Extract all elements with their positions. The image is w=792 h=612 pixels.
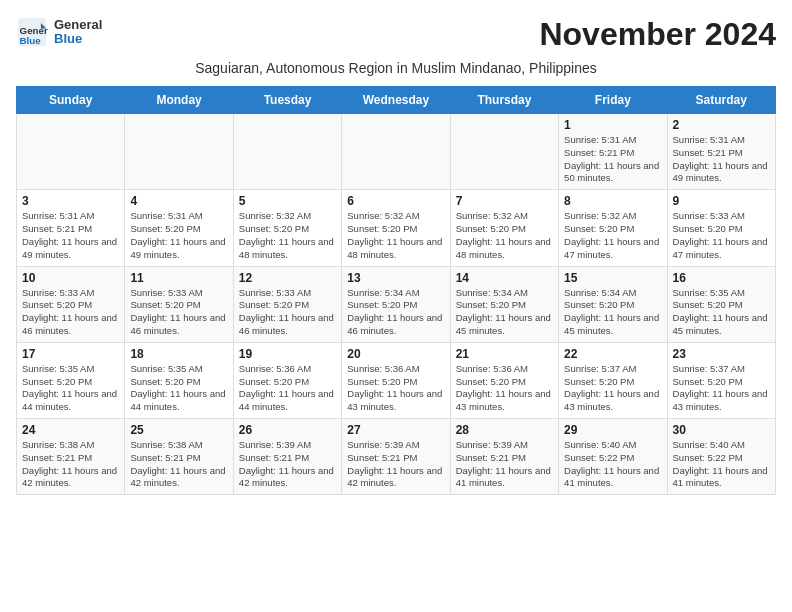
calendar-cell: 26Sunrise: 5:39 AM Sunset: 5:21 PM Dayli… — [233, 419, 341, 495]
day-info: Sunrise: 5:35 AM Sunset: 5:20 PM Dayligh… — [130, 363, 227, 414]
day-number: 16 — [673, 271, 770, 285]
day-number: 28 — [456, 423, 553, 437]
day-number: 27 — [347, 423, 444, 437]
calendar-cell: 18Sunrise: 5:35 AM Sunset: 5:20 PM Dayli… — [125, 342, 233, 418]
calendar-cell: 5Sunrise: 5:32 AM Sunset: 5:20 PM Daylig… — [233, 190, 341, 266]
calendar-cell: 17Sunrise: 5:35 AM Sunset: 5:20 PM Dayli… — [17, 342, 125, 418]
day-info: Sunrise: 5:37 AM Sunset: 5:20 PM Dayligh… — [673, 363, 770, 414]
day-info: Sunrise: 5:32 AM Sunset: 5:20 PM Dayligh… — [456, 210, 553, 261]
calendar-cell: 7Sunrise: 5:32 AM Sunset: 5:20 PM Daylig… — [450, 190, 558, 266]
weekday-header-sunday: Sunday — [17, 87, 125, 114]
weekday-header-monday: Monday — [125, 87, 233, 114]
day-info: Sunrise: 5:35 AM Sunset: 5:20 PM Dayligh… — [673, 287, 770, 338]
day-number: 15 — [564, 271, 661, 285]
day-number: 25 — [130, 423, 227, 437]
day-number: 3 — [22, 194, 119, 208]
day-number: 19 — [239, 347, 336, 361]
calendar-subtitle: Saguiaran, Autonomous Region in Muslim M… — [16, 60, 776, 76]
calendar-cell: 13Sunrise: 5:34 AM Sunset: 5:20 PM Dayli… — [342, 266, 450, 342]
calendar-cell: 29Sunrise: 5:40 AM Sunset: 5:22 PM Dayli… — [559, 419, 667, 495]
calendar-cell: 10Sunrise: 5:33 AM Sunset: 5:20 PM Dayli… — [17, 266, 125, 342]
calendar-cell: 2Sunrise: 5:31 AM Sunset: 5:21 PM Daylig… — [667, 114, 775, 190]
calendar-cell — [17, 114, 125, 190]
day-number: 29 — [564, 423, 661, 437]
calendar-cell: 15Sunrise: 5:34 AM Sunset: 5:20 PM Dayli… — [559, 266, 667, 342]
day-number: 23 — [673, 347, 770, 361]
calendar-cell: 3Sunrise: 5:31 AM Sunset: 5:21 PM Daylig… — [17, 190, 125, 266]
weekday-header-tuesday: Tuesday — [233, 87, 341, 114]
day-info: Sunrise: 5:34 AM Sunset: 5:20 PM Dayligh… — [564, 287, 661, 338]
calendar-cell: 6Sunrise: 5:32 AM Sunset: 5:20 PM Daylig… — [342, 190, 450, 266]
calendar-cell: 9Sunrise: 5:33 AM Sunset: 5:20 PM Daylig… — [667, 190, 775, 266]
calendar-cell: 12Sunrise: 5:33 AM Sunset: 5:20 PM Dayli… — [233, 266, 341, 342]
logo: General Blue General Blue — [16, 16, 102, 48]
day-number: 12 — [239, 271, 336, 285]
day-number: 5 — [239, 194, 336, 208]
day-number: 17 — [22, 347, 119, 361]
day-info: Sunrise: 5:34 AM Sunset: 5:20 PM Dayligh… — [347, 287, 444, 338]
day-number: 8 — [564, 194, 661, 208]
day-info: Sunrise: 5:39 AM Sunset: 5:21 PM Dayligh… — [347, 439, 444, 490]
day-number: 2 — [673, 118, 770, 132]
calendar-cell: 28Sunrise: 5:39 AM Sunset: 5:21 PM Dayli… — [450, 419, 558, 495]
day-number: 24 — [22, 423, 119, 437]
calendar-cell: 16Sunrise: 5:35 AM Sunset: 5:20 PM Dayli… — [667, 266, 775, 342]
day-info: Sunrise: 5:39 AM Sunset: 5:21 PM Dayligh… — [239, 439, 336, 490]
svg-text:Blue: Blue — [20, 35, 42, 46]
logo-blue-text: Blue — [54, 32, 102, 46]
day-info: Sunrise: 5:36 AM Sunset: 5:20 PM Dayligh… — [456, 363, 553, 414]
day-info: Sunrise: 5:32 AM Sunset: 5:20 PM Dayligh… — [347, 210, 444, 261]
day-info: Sunrise: 5:34 AM Sunset: 5:20 PM Dayligh… — [456, 287, 553, 338]
calendar-cell: 19Sunrise: 5:36 AM Sunset: 5:20 PM Dayli… — [233, 342, 341, 418]
calendar-cell — [342, 114, 450, 190]
day-info: Sunrise: 5:31 AM Sunset: 5:21 PM Dayligh… — [564, 134, 661, 185]
day-number: 1 — [564, 118, 661, 132]
calendar-table: SundayMondayTuesdayWednesdayThursdayFrid… — [16, 86, 776, 495]
calendar-cell: 24Sunrise: 5:38 AM Sunset: 5:21 PM Dayli… — [17, 419, 125, 495]
calendar-cell: 14Sunrise: 5:34 AM Sunset: 5:20 PM Dayli… — [450, 266, 558, 342]
day-number: 11 — [130, 271, 227, 285]
day-info: Sunrise: 5:31 AM Sunset: 5:21 PM Dayligh… — [673, 134, 770, 185]
calendar-cell: 21Sunrise: 5:36 AM Sunset: 5:20 PM Dayli… — [450, 342, 558, 418]
day-number: 18 — [130, 347, 227, 361]
calendar-cell: 4Sunrise: 5:31 AM Sunset: 5:20 PM Daylig… — [125, 190, 233, 266]
calendar-cell: 25Sunrise: 5:38 AM Sunset: 5:21 PM Dayli… — [125, 419, 233, 495]
day-number: 20 — [347, 347, 444, 361]
month-title: November 2024 — [539, 16, 776, 53]
calendar-cell: 22Sunrise: 5:37 AM Sunset: 5:20 PM Dayli… — [559, 342, 667, 418]
day-number: 21 — [456, 347, 553, 361]
calendar-cell — [233, 114, 341, 190]
day-info: Sunrise: 5:36 AM Sunset: 5:20 PM Dayligh… — [347, 363, 444, 414]
day-info: Sunrise: 5:32 AM Sunset: 5:20 PM Dayligh… — [239, 210, 336, 261]
day-number: 4 — [130, 194, 227, 208]
logo-icon: General Blue — [16, 16, 48, 48]
day-number: 9 — [673, 194, 770, 208]
day-number: 13 — [347, 271, 444, 285]
weekday-header-thursday: Thursday — [450, 87, 558, 114]
calendar-cell: 20Sunrise: 5:36 AM Sunset: 5:20 PM Dayli… — [342, 342, 450, 418]
day-info: Sunrise: 5:36 AM Sunset: 5:20 PM Dayligh… — [239, 363, 336, 414]
day-info: Sunrise: 5:33 AM Sunset: 5:20 PM Dayligh… — [239, 287, 336, 338]
calendar-cell — [125, 114, 233, 190]
day-info: Sunrise: 5:33 AM Sunset: 5:20 PM Dayligh… — [22, 287, 119, 338]
calendar-cell — [450, 114, 558, 190]
day-info: Sunrise: 5:39 AM Sunset: 5:21 PM Dayligh… — [456, 439, 553, 490]
day-info: Sunrise: 5:33 AM Sunset: 5:20 PM Dayligh… — [130, 287, 227, 338]
calendar-cell: 27Sunrise: 5:39 AM Sunset: 5:21 PM Dayli… — [342, 419, 450, 495]
day-info: Sunrise: 5:40 AM Sunset: 5:22 PM Dayligh… — [564, 439, 661, 490]
day-info: Sunrise: 5:37 AM Sunset: 5:20 PM Dayligh… — [564, 363, 661, 414]
weekday-header-wednesday: Wednesday — [342, 87, 450, 114]
day-number: 26 — [239, 423, 336, 437]
day-info: Sunrise: 5:31 AM Sunset: 5:20 PM Dayligh… — [130, 210, 227, 261]
day-info: Sunrise: 5:38 AM Sunset: 5:21 PM Dayligh… — [130, 439, 227, 490]
day-info: Sunrise: 5:40 AM Sunset: 5:22 PM Dayligh… — [673, 439, 770, 490]
calendar-cell: 23Sunrise: 5:37 AM Sunset: 5:20 PM Dayli… — [667, 342, 775, 418]
calendar-cell: 11Sunrise: 5:33 AM Sunset: 5:20 PM Dayli… — [125, 266, 233, 342]
weekday-header-saturday: Saturday — [667, 87, 775, 114]
day-number: 22 — [564, 347, 661, 361]
day-info: Sunrise: 5:38 AM Sunset: 5:21 PM Dayligh… — [22, 439, 119, 490]
day-info: Sunrise: 5:31 AM Sunset: 5:21 PM Dayligh… — [22, 210, 119, 261]
weekday-header-friday: Friday — [559, 87, 667, 114]
day-number: 14 — [456, 271, 553, 285]
logo-general-text: General — [54, 18, 102, 32]
